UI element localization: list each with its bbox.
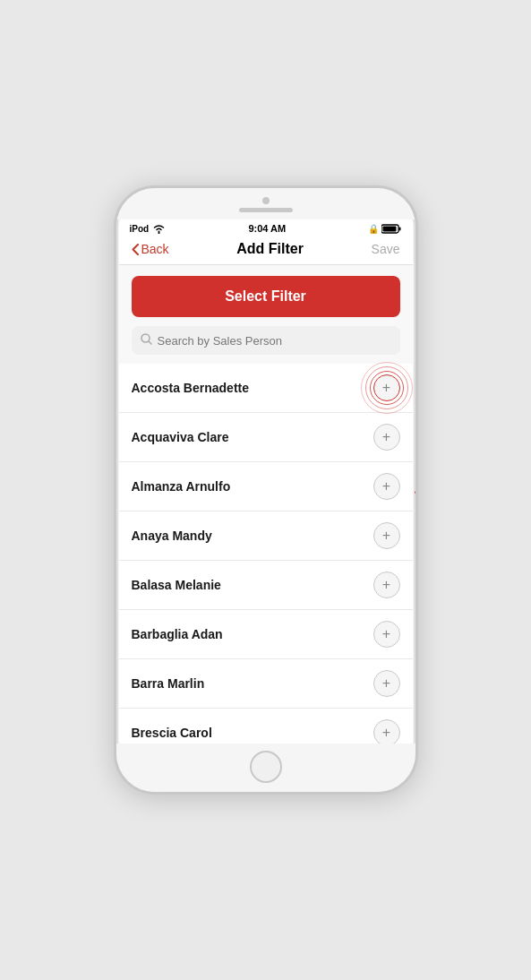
search-bar xyxy=(132,326,400,355)
save-button[interactable]: Save xyxy=(372,242,400,256)
sales-person-name: Brescia Carol xyxy=(132,726,212,740)
add-person-button[interactable]: + xyxy=(373,572,400,598)
content-area: Select Filter Accosta Bernadette+Acquavi… xyxy=(119,265,413,744)
sales-person-name: Acquaviva Clare xyxy=(132,430,229,444)
sales-person-name: Accosta Bernadette xyxy=(132,381,250,395)
sales-person-list: Accosta Bernadette+Acquaviva Clare+Alman… xyxy=(119,364,413,744)
list-item: Balasa Melanie+ xyxy=(119,561,413,610)
sales-person-name: Anaya Mandy xyxy=(132,529,212,543)
phone-speaker xyxy=(239,208,293,212)
phone-bottom-bar xyxy=(116,744,415,792)
list-item: Almanza Arnulfo+ xyxy=(119,462,413,511)
back-label: Back xyxy=(141,242,169,256)
phone-top-bar xyxy=(116,188,415,219)
phone-screen: iPod 9:04 AM 🔒 xyxy=(119,219,413,744)
wifi-icon xyxy=(152,224,166,234)
select-filter-button[interactable]: Select Filter xyxy=(132,276,400,317)
device-label: iPod xyxy=(130,224,150,234)
add-person-button[interactable]: + xyxy=(373,424,400,451)
status-right: 🔒 xyxy=(368,224,401,234)
phone-frame: iPod 9:04 AM 🔒 xyxy=(114,185,418,795)
svg-line-4 xyxy=(149,341,151,344)
back-chevron-icon xyxy=(132,244,139,255)
sales-person-name: Barbaglia Adan xyxy=(132,627,223,641)
battery-icon xyxy=(381,224,401,234)
svg-rect-1 xyxy=(383,226,397,231)
status-bar: iPod 9:04 AM 🔒 xyxy=(119,219,413,236)
add-person-button[interactable]: + xyxy=(373,374,400,401)
status-time: 9:04 AM xyxy=(248,223,286,234)
home-button[interactable] xyxy=(250,751,282,783)
search-icon xyxy=(141,333,152,348)
search-input[interactable] xyxy=(158,334,391,348)
list-item: Anaya Mandy+ xyxy=(119,511,413,561)
sales-person-name: Balasa Melanie xyxy=(132,578,221,592)
list-item: Acquaviva Clare+ xyxy=(119,413,413,462)
lock-icon: 🔒 xyxy=(368,224,379,234)
status-left: iPod xyxy=(130,224,167,234)
list-item: Barbaglia Adan+ xyxy=(119,610,413,659)
list-item: Brescia Carol+ xyxy=(119,709,413,744)
ripple-indicator xyxy=(360,361,413,415)
list-item: Accosta Bernadette+ xyxy=(119,364,413,413)
side-arrow-icon: ❮ xyxy=(411,476,418,505)
add-person-button[interactable]: + xyxy=(373,621,400,648)
list-item: Barra Marlin+ xyxy=(119,659,413,709)
add-person-button[interactable]: + xyxy=(373,719,400,744)
page-title: Add Filter xyxy=(236,241,304,257)
add-person-button[interactable]: + xyxy=(373,670,400,697)
phone-camera xyxy=(262,197,270,204)
add-person-button[interactable]: + xyxy=(373,473,400,500)
nav-bar: Back Add Filter Save xyxy=(119,236,413,265)
sales-person-name: Almanza Arnulfo xyxy=(132,479,231,494)
svg-rect-2 xyxy=(399,227,401,230)
add-person-button[interactable]: + xyxy=(373,522,400,549)
back-button[interactable]: Back xyxy=(132,242,169,256)
sales-person-name: Barra Marlin xyxy=(132,676,205,691)
